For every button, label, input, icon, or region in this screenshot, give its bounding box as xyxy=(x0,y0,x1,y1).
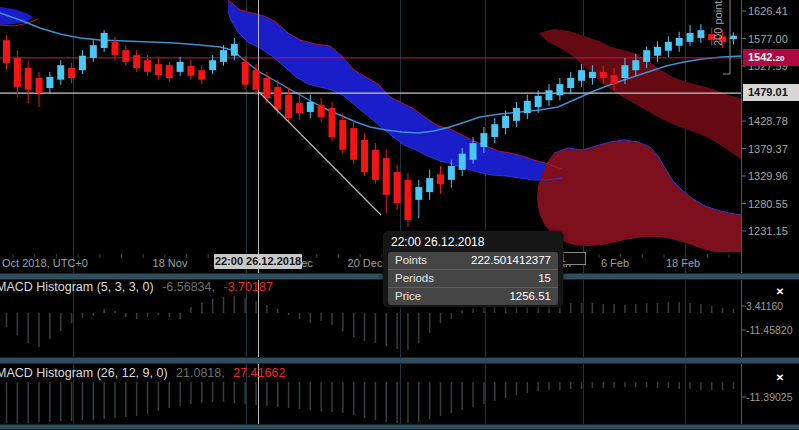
tooltip-row-value: 1256.51 xyxy=(509,288,551,305)
tooltip-rows: Points 222.501412377 Periods 15 Price 12… xyxy=(388,252,558,305)
macd-1-value-2: -3.70187 xyxy=(223,280,272,294)
current-price-frac: 20 xyxy=(776,54,785,63)
current-price-int: 1542. xyxy=(748,51,776,63)
time-axis-label: 6 Feb xyxy=(601,257,629,269)
tooltip-row-label: Points xyxy=(395,252,427,269)
price-axis-label: 1329.96 xyxy=(748,170,798,182)
price-axis-label: 1626.41 xyxy=(748,5,798,17)
macd-1-title: MACD Histogram (5, 3, 3, 0) xyxy=(0,280,154,294)
tooltip-title: 22:00 26.12.2018 xyxy=(383,231,563,251)
tooltip-row-label: Price xyxy=(395,288,421,305)
price-axis-label: 1231.15 xyxy=(748,225,798,237)
time-axis-label: ec xyxy=(301,257,313,269)
tooltip-row: Price 1256.51 xyxy=(388,287,558,305)
close-macd-2-button[interactable]: ✕ xyxy=(770,371,790,385)
time-axis-label: 20 Dec xyxy=(348,257,383,269)
tooltip-row-value: 15 xyxy=(538,270,551,287)
macd-1-axis-value: -11.45820 xyxy=(746,324,798,336)
trading-terminal: 1626.411577.001527.591428.781379.371329.… xyxy=(0,0,799,430)
tooltip-row: Periods 15 xyxy=(388,269,558,287)
measure-tooltip: 22:00 26.12.2018 Points 222.501412377 Pe… xyxy=(383,231,563,307)
macd-2-value-2: 27.41662 xyxy=(233,366,285,380)
ichimoku-cloud-red-main xyxy=(537,140,742,252)
macd-panel-1-header: MACD Histogram (5, 3, 3, 0) -6.56834, -3… xyxy=(0,280,273,294)
panel-splitter[interactable] xyxy=(0,424,799,430)
panel-splitter[interactable] xyxy=(0,357,799,364)
macd-2-title: MACD Histogram (26, 12, 9, 0) xyxy=(0,366,168,380)
selected-time-badge: 22:00 26.12.2018 xyxy=(214,254,302,269)
price-axis-label: 1577.00 xyxy=(748,33,798,45)
price-axis-label: 1379.37 xyxy=(748,143,798,155)
current-price-badge: 1542.20 xyxy=(743,49,799,66)
measure-points-label: 200 points xyxy=(712,0,726,46)
level-price-badge: 1479.01 xyxy=(743,84,799,101)
time-axis-label: Oct 2018, UTC+0 xyxy=(2,257,88,269)
tooltip-row-value: 222.501412377 xyxy=(471,252,551,269)
price-axis-label: 1280.55 xyxy=(748,198,798,210)
tooltip-row: Points 222.501412377 xyxy=(388,252,558,269)
macd-1-axis-value: 3.41160 xyxy=(746,300,798,312)
macd-1-value-1: -6.56834, xyxy=(162,280,215,294)
ichimoku-cloud-red-band xyxy=(539,29,742,160)
ichimoku-cloud-blue-left xyxy=(0,7,33,25)
tooltip-row-label: Periods xyxy=(395,270,434,287)
close-macd-1-button[interactable]: ✕ xyxy=(770,285,790,299)
macd-panel-2-header: MACD Histogram (26, 12, 9, 0) 21.0818, 2… xyxy=(0,366,285,380)
macd-2-value-1: 21.0818, xyxy=(176,366,225,380)
time-axis-label: 18 Feb xyxy=(666,257,700,269)
macd-2-axis-value: -11.39025 xyxy=(746,391,798,403)
time-axis-label: 18 Nov xyxy=(153,257,188,269)
price-axis-label: 1428.78 xyxy=(748,115,798,127)
